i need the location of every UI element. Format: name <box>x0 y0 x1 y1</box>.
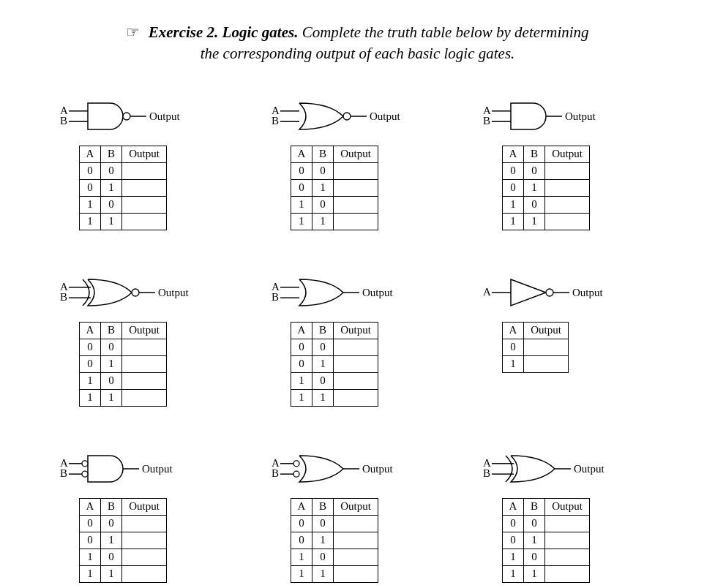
cell-output[interactable] <box>334 532 378 549</box>
cell-b: 1 <box>101 565 122 582</box>
cell-output[interactable] <box>334 339 378 355</box>
cell-output[interactable] <box>334 565 378 582</box>
svg-text:Output: Output <box>362 287 394 298</box>
cell-output[interactable] <box>334 515 378 532</box>
cell-b: 1 <box>101 532 122 549</box>
col-output-header: Output <box>122 498 167 515</box>
cell-output[interactable] <box>334 389 378 406</box>
cell-output[interactable] <box>122 565 167 582</box>
col-a-header: A <box>80 498 101 515</box>
cell-output[interactable] <box>122 355 167 372</box>
cell-a: 1 <box>80 213 101 230</box>
cell-b: 1 <box>312 179 334 196</box>
col-b-header: B <box>101 322 122 339</box>
cell-output[interactable] <box>334 372 378 389</box>
cell-b: 0 <box>312 549 334 565</box>
table-row: 01 <box>80 179 167 196</box>
col-a-header: A <box>291 146 312 162</box>
cell-output[interactable] <box>122 532 167 549</box>
cell-a: 0 <box>80 355 101 372</box>
gate-block: ABOutputABOutput00011011 <box>270 94 445 230</box>
table-row: 10 <box>503 196 590 213</box>
svg-point-35 <box>546 289 553 296</box>
table-row: 10 <box>80 196 167 213</box>
cell-output[interactable] <box>334 162 378 179</box>
cell-output[interactable] <box>524 339 569 355</box>
svg-text:Output: Output <box>149 110 181 122</box>
svg-text:Output: Output <box>362 463 394 475</box>
cell-b: 0 <box>524 515 545 532</box>
table-row: 01 <box>80 355 167 372</box>
cell-b: 0 <box>101 162 122 179</box>
cell-output[interactable] <box>334 549 378 565</box>
table-row: 01 <box>503 179 590 196</box>
cell-output[interactable] <box>545 162 590 179</box>
cell-output[interactable] <box>122 162 167 179</box>
cell-output[interactable] <box>545 515 590 532</box>
cell-output[interactable] <box>334 355 378 372</box>
gate-symbol: ABOutput <box>270 94 424 138</box>
cell-a: 0 <box>80 532 101 549</box>
table-row: 0 <box>503 339 569 355</box>
table-row: 11 <box>291 213 378 230</box>
cell-a: 0 <box>503 339 524 355</box>
table-row: 01 <box>291 179 378 196</box>
svg-text:Output: Output <box>572 287 604 298</box>
cell-output[interactable] <box>334 179 378 196</box>
table-row: 10 <box>291 372 378 389</box>
cell-output[interactable] <box>334 196 378 213</box>
instruction-line1: Complete the truth table below by determ… <box>302 23 589 41</box>
col-a-header: A <box>80 322 101 339</box>
cell-output[interactable] <box>122 389 167 406</box>
svg-text:A: A <box>483 286 491 298</box>
cell-output[interactable] <box>122 196 167 213</box>
cell-b: 0 <box>312 339 334 355</box>
svg-text:Output: Output <box>574 463 605 475</box>
cell-b: 0 <box>312 196 334 213</box>
cell-a: 0 <box>291 162 312 179</box>
table-row: 01 <box>503 532 590 549</box>
exercise-title: Exercise 2. Logic gates. <box>149 23 299 41</box>
cell-output[interactable] <box>122 372 167 389</box>
col-output-header: Output <box>334 146 378 162</box>
gate-block: ABOutputABOutput00011011 <box>482 94 656 230</box>
table-row: 01 <box>291 532 378 549</box>
cell-output[interactable] <box>545 532 590 549</box>
cell-a: 1 <box>503 549 524 565</box>
svg-point-11 <box>343 113 351 120</box>
cell-b: 1 <box>312 213 334 230</box>
cell-output[interactable] <box>545 549 590 565</box>
table-row: 11 <box>291 389 378 406</box>
col-a-header: A <box>503 498 524 515</box>
gate-symbol: ABOutput <box>270 447 424 491</box>
cell-a: 1 <box>291 389 312 406</box>
cell-output[interactable] <box>545 565 590 582</box>
cell-output[interactable] <box>122 179 167 196</box>
cell-output[interactable] <box>545 213 590 230</box>
truth-table: ABOutput00011011 <box>291 498 378 583</box>
cell-output[interactable] <box>122 549 167 565</box>
table-row: 11 <box>80 389 167 406</box>
cell-a: 1 <box>503 196 524 213</box>
table-row: 10 <box>80 372 167 389</box>
cell-output[interactable] <box>122 213 167 230</box>
col-b-header: B <box>312 146 334 162</box>
cell-output[interactable] <box>122 339 167 355</box>
truth-table: ABOutput00011011 <box>79 322 167 407</box>
cell-output[interactable] <box>334 213 378 230</box>
cell-a: 0 <box>291 179 312 196</box>
cell-a: 0 <box>80 339 101 355</box>
cell-output[interactable] <box>524 355 569 372</box>
svg-text:B: B <box>483 115 490 127</box>
gate-symbol: ABOutput <box>59 447 212 491</box>
col-output-header: Output <box>122 322 167 339</box>
cell-output[interactable] <box>122 515 167 532</box>
table-row: 00 <box>503 162 590 179</box>
svg-text:B: B <box>483 467 490 479</box>
cell-output[interactable] <box>545 179 590 196</box>
cell-b: 0 <box>312 162 334 179</box>
truth-table: ABOutput00011011 <box>79 146 167 230</box>
cell-output[interactable] <box>545 196 590 213</box>
table-row: 11 <box>503 213 590 230</box>
col-b-header: B <box>524 498 545 515</box>
